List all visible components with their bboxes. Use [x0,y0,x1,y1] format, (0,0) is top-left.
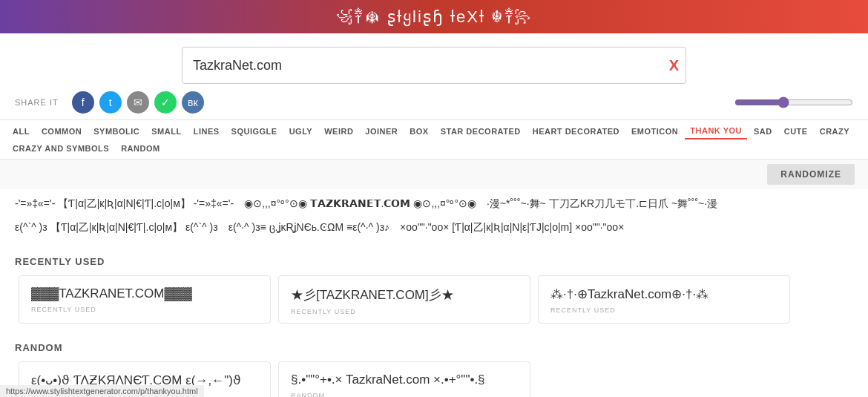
nav-tab-common[interactable]: COMMON [36,124,87,139]
slider-section [734,96,853,108]
nav-tab-random[interactable]: RANDOM [116,141,165,156]
card-badge: RECENTLY USED [550,306,777,314]
whatsapp-share-button[interactable]: ✓ [154,91,177,114]
recently-used-card[interactable]: ⁂·†·⊕TazkraNet.com⊕·†·⁂RECENTLY USED [538,275,790,324]
nav-tab-crazy[interactable]: CRAZY [815,124,855,139]
vk-share-button[interactable]: вк [182,91,204,114]
random-card[interactable]: §.•""°+•.× TazkraNet.com ×.•+°""•.§RANDO… [278,361,530,397]
nav-tab-star-decorated[interactable]: STAR DECORATED [435,124,526,139]
site-title: ꧁༒☬ ʂƚყliʂɧ ƚeXƚ ☬༒꧂ [336,7,532,27]
nav-tab-ugly[interactable]: UGLY [284,124,318,139]
nav-tab-crazy-and-symbols[interactable]: CRAZY AND SYMBOLS [7,141,114,156]
nav-tab-thank-you[interactable]: THANK YOU [685,123,747,140]
recently-used-cards: ▓▓▓TAZKRANET.COM▓▓▓RECENTLY USED★彡[TAZKR… [0,272,868,335]
result-row-1: -'=»‡«='- 【Ƭ|α|乙|к|Ʀ|α|Ν|€|Ƭ|.с|о|м】 -'=… [15,195,853,213]
facebook-share-button[interactable]: f [72,91,94,114]
randomize-button[interactable]: RANDOMIZE [767,164,855,185]
nav-tab-cute[interactable]: CUTE [779,124,813,139]
card-badge: RANDOM [291,392,518,397]
result-item[interactable]: ◉⊙,,,¤°ᵒ°⊙◉ 𝗧𝗔𝗭𝗞𝗥𝗔𝗡𝗘𝗧.𝗖𝗢𝗠 ◉⊙,,,¤°ᵒ°⊙◉ [244,195,476,213]
card-text: ★彡[TAZKRANET.COM]彡★ [291,286,518,304]
nav-tab-joiner[interactable]: JOINER [360,124,403,139]
card-text: ⁂·†·⊕TazkraNet.com⊕·†·⁂ [550,286,777,302]
card-text: ▓▓▓TAZKRANET.COM▓▓▓ [31,286,258,301]
card-badge: RECENTLY USED [31,306,258,313]
controls-wrapper: X SHARE IT f t ✉ ✓ вк [0,33,868,119]
card-badge: RECENTLY USED [291,308,518,315]
text-input[interactable] [182,47,686,84]
result-item[interactable]: -'=»‡«='- 【Ƭ|α|乙|к|Ʀ|α|Ν|€|Ƭ|.с|о|м】 -'=… [15,195,234,213]
share-label: SHARE IT [15,98,59,107]
result-item[interactable]: ×oo""·"oo× [Ƭ|α|乙|к|Ʀ|α|Ν|ε|ƬJ|с|о|m] ×o… [400,219,624,237]
nav-tab-box[interactable]: BOX [404,124,433,139]
nav-tab-symbolic[interactable]: SYMBOLIC [88,124,145,139]
recently-used-card[interactable]: ▓▓▓TAZKRANET.COM▓▓▓RECENTLY USED [19,275,271,324]
recently-used-label: RECENTLY USED [0,249,868,272]
email-share-button[interactable]: ✉ [127,91,149,114]
header: ꧁༒☬ ʂƚყliʂɧ ƚeXƚ ☬༒꧂ [0,0,868,33]
nav-tab-emoticon[interactable]: EMOTICON [626,124,683,139]
share-icons: f t ✉ ✓ вк [72,91,204,114]
footer-url: https://www.stylishtextgenerator.com/p/t… [0,385,204,397]
nav-tab-heart-decorated[interactable]: HEART DECORATED [527,124,625,139]
share-section: SHARE IT f t ✉ ✓ вк [15,91,204,114]
random-label: RANDOM [0,335,868,358]
main-content: X SHARE IT f t ✉ ✓ вк ALLCOMMONSYMBOLICS… [0,33,868,397]
result-item[interactable]: ε(^`^ )з 【Ƭ|α|乙|к|Ʀ|α|Ν|€|Ƭ|.с|о|м】 ε(^`… [15,219,218,237]
card-text: §.•""°+•.× TazkraNet.com ×.•+°""•.§ [291,373,518,387]
result-item[interactable]: ε(^·^ )з≡ ც.ʝĸRʝΝЄь.ϾΩM ≡ε(^·^ )з♪ [228,219,389,237]
randomize-row: RANDOMIZE [0,160,868,189]
nav-tab-weird[interactable]: WEIRD [319,124,358,139]
recently-used-card[interactable]: ★彡[TAZKRANET.COM]彡★RECENTLY USED [278,275,530,324]
results-area: -'=»‡«='- 【Ƭ|α|乙|к|Ʀ|α|Ν|€|Ƭ|.с|о|м】 -'=… [0,189,868,249]
nav-tab-all[interactable]: ALL [7,124,35,139]
input-wrapper: X [182,47,686,84]
nav-tab-squiggle[interactable]: SQUIGGLE [226,124,283,139]
input-row: X [0,33,868,91]
nav-tab-lines[interactable]: LINES [188,124,225,139]
nav-tab-sad[interactable]: SAD [749,124,777,139]
nav-tabs: ALLCOMMONSYMBOLICSMALLLINESSQUIGGLEUGLYW… [0,119,868,160]
nav-tab-small[interactable]: SMALL [146,124,186,139]
twitter-share-button[interactable]: t [99,91,122,114]
result-row-2: ε(^`^ )з 【Ƭ|α|乙|к|Ʀ|α|Ν|€|Ƭ|.с|о|м】 ε(^`… [15,219,853,237]
result-item[interactable]: ·漫~*˚˚˚~·舞~ 丅刀乙KR刀几モ丅.⊏日爪 ~舞˚˚˚~·漫 [487,195,717,213]
font-size-slider[interactable] [734,96,853,108]
clear-button[interactable]: X [669,57,679,74]
